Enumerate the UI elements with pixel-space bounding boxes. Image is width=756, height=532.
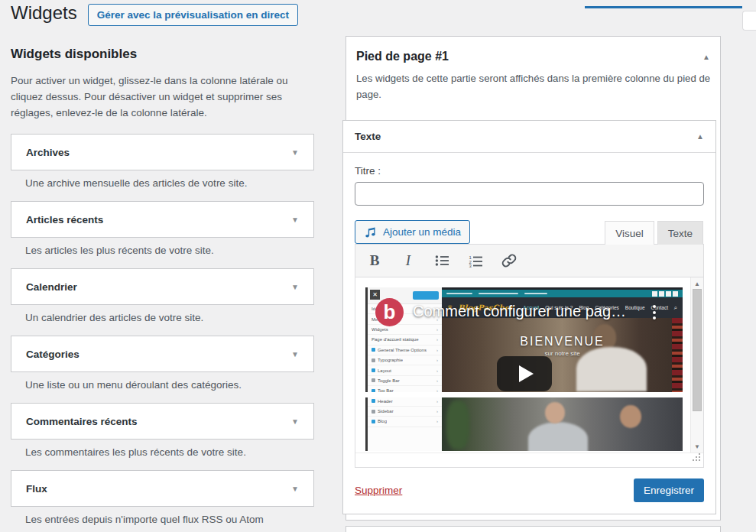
customizer-item: General Theme Options [378,348,427,352]
media-icon [364,225,378,239]
video-site-topbar [442,290,683,297]
screen-options-divider [585,6,742,8]
scroll-down-icon[interactable]: ▼ [691,441,703,452]
widget-card-title: Commentaires récents [26,416,138,427]
page-title: Widgets [11,0,77,25]
widget-card-archives[interactable]: Archives ▼ [11,134,314,170]
widget-card-title: Calendrier [26,281,77,293]
chevron-down-icon[interactable]: ▼ [291,216,299,224]
chevron-down-icon[interactable]: ▼ [291,283,299,291]
screen-options-tab[interactable] [742,11,756,31]
link-button[interactable] [496,249,522,272]
text-widget-title: Texte [355,131,381,142]
widget-card-description: Les commentaires les plus récents de vot… [11,440,318,470]
title-input[interactable] [355,182,704,206]
text-widget-header[interactable]: Texte ▲ [343,121,715,153]
widget-card-description: Une liste ou un menu déroulant des catég… [11,372,318,403]
available-widgets-heading: Widgets disponibles [11,47,318,62]
widget-card-feed[interactable]: Flux ▼ [11,470,314,507]
editor-mode-tabs: Visuel Texte [605,221,703,244]
customizer-item: Page d'accueil statique [372,337,419,342]
chevron-down-icon[interactable]: ▼ [291,148,299,157]
add-media-label: Ajouter un média [383,226,461,238]
manage-live-preview-button[interactable]: Gérer avec la prévisualisation en direct [88,4,298,26]
sidebar-panel-description: Les widgets de cette partie seront affic… [356,70,712,102]
next-sidebar-panel-edge [346,526,721,532]
video-white-gap [365,392,683,397]
video-more-options-icon[interactable] [651,305,657,320]
resize-grip-icon[interactable] [693,451,701,465]
customizer-item: Toggle Bar [378,378,400,383]
scroll-up-icon[interactable]: ▲ [691,278,703,289]
social-icons [652,291,678,297]
numbered-list-button[interactable]: 123 [462,249,488,272]
editor-content-area[interactable]: ✕ Identité du site› Menus› Widgets› Page… [355,277,703,453]
hero-title: BIENVENUE [442,335,683,349]
widget-card-recent-comments[interactable]: Commentaires récents ▼ [11,403,314,440]
customizer-item: Blog [378,419,387,423]
bold-button[interactable]: B [362,249,388,272]
customizer-item: Widgets [372,327,388,332]
customizer-item: Typographie [378,358,403,362]
editor-statusbar [355,453,703,467]
widget-card-description: Une archive mensuelle des articles de vo… [11,170,318,201]
available-widgets-section: Widgets disponibles Pour activer un widg… [11,44,318,532]
widget-card-calendar[interactable]: Calendrier ▼ [11,268,314,305]
title-field-label: Titre : [355,165,704,177]
video-play-button[interactable] [497,356,552,391]
link-icon [501,253,517,268]
chevron-down-icon[interactable]: ▼ [291,485,299,493]
chevron-down-icon[interactable]: ▼ [291,417,299,426]
rich-text-editor: B I 123 [355,244,704,468]
channel-avatar[interactable]: b [375,298,404,326]
save-widget-button[interactable]: Enregistrer [634,478,704,502]
hero-subtitle: sur notre site [442,350,683,357]
sidebar-panel-title: Pied de page #1 [356,50,449,63]
available-widgets-description: Pour activer un widget, glissez-le dans … [11,73,318,121]
search-icon: ⌕ [674,304,677,312]
embedded-video-player[interactable]: ✕ Identité du site› Menus› Widgets› Page… [365,287,683,451]
video-save-chip [413,291,439,300]
delete-widget-link[interactable]: Supprimer [355,485,402,496]
svg-text:3: 3 [469,264,472,268]
editor-scrollbar[interactable]: ▲ ▼ [690,277,703,453]
tab-text[interactable]: Texte [657,221,703,245]
widget-card-recent-posts[interactable]: Articles récents ▼ [11,201,314,238]
italic-button[interactable]: I [395,249,421,272]
widget-card-title: Catégories [26,349,79,360]
numbered-list-icon: 123 [469,255,483,268]
video-title[interactable]: Comment configurer une pag… [413,303,626,320]
editor-toolbar: B I 123 [355,245,703,277]
scrollbar-thumb[interactable] [693,289,702,411]
widget-card-description: Les articles les plus récents de votre s… [11,238,318,268]
page-header: Widgets Gérer avec la prévisualisation e… [11,0,298,26]
add-media-button[interactable]: Ajouter un média [355,220,470,244]
widget-card-title: Flux [26,483,47,495]
close-icon: ✕ [370,290,380,300]
bullet-list-icon [435,255,449,267]
video-hero-photo: BIENVENUE sur notre site [442,318,683,392]
tab-visual[interactable]: Visuel [605,221,654,245]
text-widget: Texte ▲ Titre : Ajouter un média [342,120,716,514]
site-nav-item: Boutique [625,305,645,310]
widget-card-description: Les entrées depuis n'importe quel flux R… [11,507,318,532]
widget-card-description: Un calendrier des articles de votre site… [11,305,318,336]
video-lower-photo [442,397,683,451]
chevron-down-icon[interactable]: ▼ [291,350,299,358]
chevron-up-icon[interactable]: ▲ [702,53,710,61]
customizer-item: Layout [378,368,391,373]
customizer-item: Sidebar [378,409,394,414]
widget-card-title: Articles récents [26,214,103,225]
customizer-item: Header [378,399,393,404]
bullet-list-button[interactable] [429,249,455,272]
chevron-up-icon[interactable]: ▲ [696,132,704,141]
widget-card-title: Archives [26,147,70,158]
widget-card-categories[interactable]: Catégories ▼ [11,336,314,372]
